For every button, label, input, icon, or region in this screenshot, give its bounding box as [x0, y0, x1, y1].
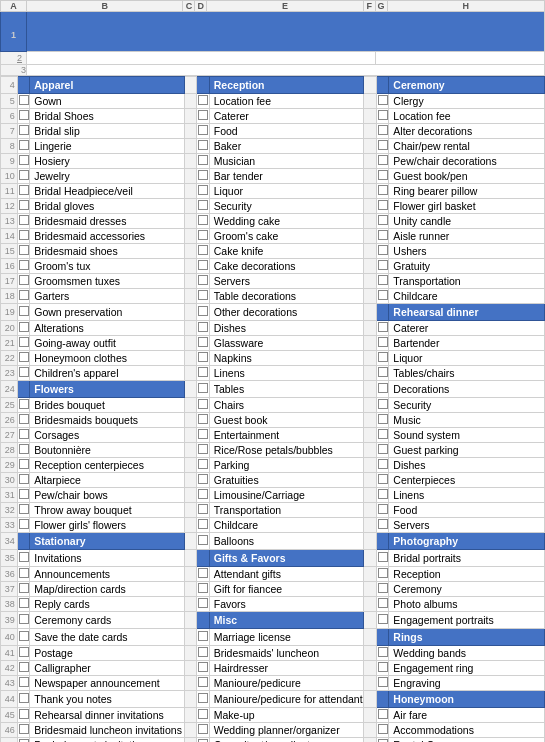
item-checkbox-cell[interactable] — [197, 518, 210, 533]
checkbox[interactable] — [198, 306, 208, 316]
checkbox[interactable] — [19, 170, 29, 180]
checkbox[interactable] — [378, 647, 388, 657]
item-checkbox-cell[interactable] — [197, 676, 210, 691]
item-checkbox-cell[interactable] — [17, 503, 30, 518]
item-checkbox-cell[interactable] — [17, 199, 30, 214]
item-checkbox-cell[interactable] — [376, 124, 389, 139]
item-checkbox-cell[interactable] — [17, 612, 30, 629]
item-checkbox-cell[interactable] — [376, 139, 389, 154]
item-checkbox-cell[interactable] — [17, 244, 30, 259]
item-checkbox-cell[interactable] — [197, 274, 210, 289]
checkbox[interactable] — [19, 414, 29, 424]
checkbox[interactable] — [19, 322, 29, 332]
checkbox[interactable] — [19, 367, 29, 377]
checkbox[interactable] — [198, 155, 208, 165]
item-checkbox-cell[interactable] — [376, 661, 389, 676]
item-checkbox-cell[interactable] — [17, 708, 30, 723]
item-checkbox-cell[interactable] — [197, 691, 210, 708]
item-checkbox-cell[interactable] — [197, 229, 210, 244]
checkbox[interactable] — [19, 552, 29, 562]
checkbox[interactable] — [198, 170, 208, 180]
checkbox[interactable] — [19, 662, 29, 672]
checkbox[interactable] — [19, 155, 29, 165]
item-checkbox-cell[interactable] — [17, 289, 30, 304]
item-checkbox-cell[interactable] — [197, 351, 210, 366]
item-checkbox-cell[interactable] — [17, 597, 30, 612]
item-checkbox-cell[interactable] — [17, 488, 30, 503]
checkbox[interactable] — [378, 140, 388, 150]
item-checkbox-cell[interactable] — [376, 336, 389, 351]
item-checkbox-cell[interactable] — [376, 244, 389, 259]
checkbox[interactable] — [19, 399, 29, 409]
item-checkbox-cell[interactable] — [17, 582, 30, 597]
item-checkbox-cell[interactable] — [17, 518, 30, 533]
item-checkbox-cell[interactable] — [197, 244, 210, 259]
checkbox[interactable] — [19, 306, 29, 316]
item-checkbox-cell[interactable] — [17, 351, 30, 366]
item-checkbox-cell[interactable] — [197, 413, 210, 428]
item-checkbox-cell[interactable] — [376, 550, 389, 567]
item-checkbox-cell[interactable] — [197, 154, 210, 169]
checkbox[interactable] — [198, 489, 208, 499]
checkbox[interactable] — [198, 215, 208, 225]
checkbox[interactable] — [378, 399, 388, 409]
item-checkbox-cell[interactable] — [17, 169, 30, 184]
checkbox[interactable] — [19, 444, 29, 454]
checkbox[interactable] — [378, 519, 388, 529]
checkbox[interactable] — [198, 598, 208, 608]
checkbox[interactable] — [378, 614, 388, 624]
checkbox[interactable] — [378, 322, 388, 332]
checkbox[interactable] — [198, 352, 208, 362]
item-checkbox-cell[interactable] — [376, 723, 389, 738]
checkbox[interactable] — [19, 693, 29, 703]
item-checkbox-cell[interactable] — [197, 582, 210, 597]
item-checkbox-cell[interactable] — [197, 336, 210, 351]
checkbox[interactable] — [378, 95, 388, 105]
checkbox[interactable] — [378, 677, 388, 687]
item-checkbox-cell[interactable] — [376, 443, 389, 458]
checkbox[interactable] — [378, 215, 388, 225]
checkbox[interactable] — [19, 631, 29, 641]
item-checkbox-cell[interactable] — [17, 184, 30, 199]
item-checkbox-cell[interactable] — [197, 289, 210, 304]
item-checkbox-cell[interactable] — [376, 381, 389, 398]
item-checkbox-cell[interactable] — [376, 413, 389, 428]
item-checkbox-cell[interactable] — [17, 458, 30, 473]
checkbox[interactable] — [19, 614, 29, 624]
item-checkbox-cell[interactable] — [17, 567, 30, 582]
checkbox[interactable] — [378, 383, 388, 393]
checkbox[interactable] — [198, 429, 208, 439]
item-checkbox-cell[interactable] — [17, 738, 30, 743]
checkbox[interactable] — [198, 459, 208, 469]
checkbox[interactable] — [198, 693, 208, 703]
item-checkbox-cell[interactable] — [376, 274, 389, 289]
item-checkbox-cell[interactable] — [197, 398, 210, 413]
checkbox[interactable] — [378, 367, 388, 377]
checkbox[interactable] — [198, 260, 208, 270]
checkbox[interactable] — [378, 429, 388, 439]
item-checkbox-cell[interactable] — [197, 184, 210, 199]
checkbox[interactable] — [19, 474, 29, 484]
checkbox[interactable] — [198, 95, 208, 105]
checkbox[interactable] — [198, 290, 208, 300]
item-checkbox-cell[interactable] — [17, 214, 30, 229]
checkbox[interactable] — [198, 230, 208, 240]
checkbox[interactable] — [19, 598, 29, 608]
checkbox[interactable] — [19, 677, 29, 687]
item-checkbox-cell[interactable] — [197, 259, 210, 274]
item-checkbox-cell[interactable] — [376, 567, 389, 582]
checkbox[interactable] — [378, 125, 388, 135]
checkbox[interactable] — [19, 245, 29, 255]
checkbox[interactable] — [19, 647, 29, 657]
item-checkbox-cell[interactable] — [17, 646, 30, 661]
checkbox[interactable] — [378, 185, 388, 195]
item-checkbox-cell[interactable] — [197, 109, 210, 124]
item-checkbox-cell[interactable] — [376, 214, 389, 229]
checkbox[interactable] — [198, 337, 208, 347]
checkbox[interactable] — [198, 724, 208, 734]
item-checkbox-cell[interactable] — [197, 199, 210, 214]
item-checkbox-cell[interactable] — [376, 199, 389, 214]
checkbox[interactable] — [19, 504, 29, 514]
checkbox[interactable] — [198, 200, 208, 210]
item-checkbox-cell[interactable] — [197, 214, 210, 229]
